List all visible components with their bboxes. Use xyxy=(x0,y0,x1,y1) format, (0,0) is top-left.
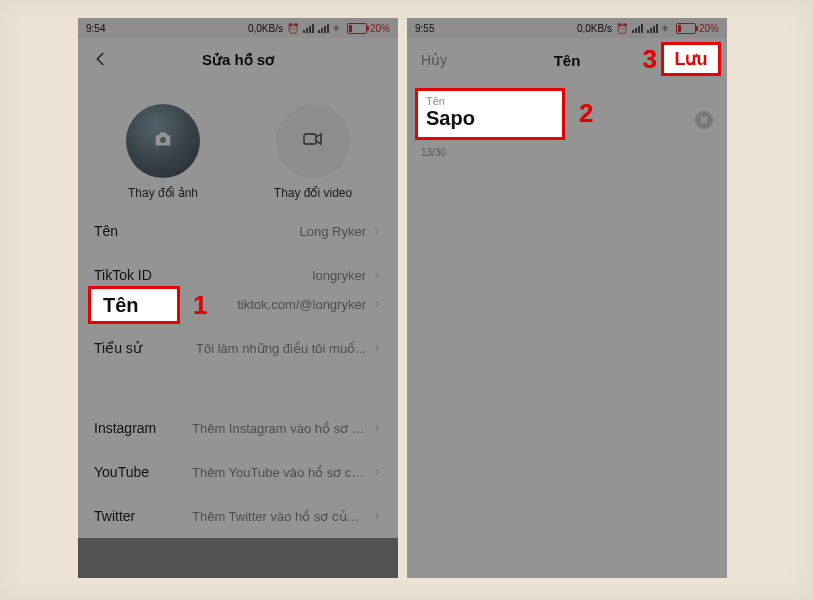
battery-icon: 20% xyxy=(676,23,719,34)
row-name[interactable]: Tên Long Ryker xyxy=(78,209,398,253)
row-twitter-label: Twitter xyxy=(94,508,135,524)
wifi-icon: ᯤ xyxy=(662,23,672,34)
row-name-label: Tên xyxy=(94,223,118,239)
status-bar: 9:54 0,0KB/s ⏰ ᯤ 20% xyxy=(78,18,398,38)
chevron-right-icon xyxy=(372,268,382,283)
char-counter: 13/30 xyxy=(421,147,713,158)
chevron-right-icon xyxy=(372,465,382,480)
change-video[interactable]: Thay đổi video xyxy=(258,104,368,201)
row-twitter-value: Thêm Twitter vào hồ sơ của bạn xyxy=(192,509,366,524)
back-button[interactable] xyxy=(92,50,140,71)
video-icon xyxy=(301,127,325,155)
row-youtube[interactable]: YouTube Thêm YouTube vào hồ sơ của bạn xyxy=(78,450,398,494)
signal-icon xyxy=(632,24,643,33)
name-edit-body: Tên Sapo 13/30 xyxy=(407,82,727,578)
signal-icon xyxy=(318,24,329,33)
callout-save-button: Lưu xyxy=(661,42,721,76)
row-youtube-value: Thêm YouTube vào hồ sơ của bạn xyxy=(192,465,366,480)
callout-number-2: 2 xyxy=(579,98,593,129)
chevron-right-icon xyxy=(372,341,382,356)
change-video-label: Thay đổi video xyxy=(274,186,352,201)
chevron-right-icon xyxy=(372,421,382,436)
row-instagram[interactable]: Instagram Thêm Instagram vào hồ sơ của b… xyxy=(78,406,398,450)
wifi-icon: ᯤ xyxy=(333,23,343,34)
status-net: 0,0KB/s xyxy=(248,23,283,34)
camera-icon xyxy=(152,128,174,154)
chevron-right-icon xyxy=(372,297,382,312)
media-row: Thay đổi ảnh Thay đổi video xyxy=(78,82,398,209)
chevron-right-icon xyxy=(372,509,382,524)
callout-number-3: 3 xyxy=(643,44,657,75)
chevron-right-icon xyxy=(372,224,382,239)
status-time: 9:55 xyxy=(415,23,434,34)
edit-name-screen: 9:55 0,0KB/s ⏰ ᯤ 20% Hủy Tên Lưu Tên Sap… xyxy=(407,18,727,578)
top-nav: Sửa hồ sơ xyxy=(78,38,398,82)
row-twitter[interactable]: Twitter Thêm Twitter vào hồ sơ của bạn xyxy=(78,494,398,538)
row-bio-value: Tôi làm những điều tôi muố... xyxy=(196,341,366,356)
cancel-button[interactable]: Hủy xyxy=(421,52,469,68)
row-name-value: Long Ryker xyxy=(300,224,366,239)
edit-profile-screen: 9:54 0,0KB/s ⏰ ᯤ 20% Sửa hồ sơ xyxy=(78,18,398,578)
clear-button[interactable] xyxy=(695,111,713,129)
signal-icon xyxy=(647,24,658,33)
profile-rows: Tên Long Ryker TikTok ID longryker tikto… xyxy=(78,209,398,538)
row-id-value: longryker xyxy=(313,268,366,283)
row-bio[interactable]: Tiểu sử Tôi làm những điều tôi muố... xyxy=(78,326,398,370)
status-net: 0,0KB/s xyxy=(577,23,612,34)
status-bar: 9:55 0,0KB/s ⏰ ᯤ 20% xyxy=(407,18,727,38)
row-instagram-label: Instagram xyxy=(94,420,156,436)
avatar xyxy=(126,104,200,178)
section-gap xyxy=(78,370,398,406)
row-youtube-label: YouTube xyxy=(94,464,149,480)
alarm-icon: ⏰ xyxy=(287,23,299,34)
callout-number-1: 1 xyxy=(193,290,207,321)
battery-icon: 20% xyxy=(347,23,390,34)
signal-icon xyxy=(303,24,314,33)
row-id-label: TikTok ID xyxy=(94,267,152,283)
close-icon xyxy=(700,116,708,124)
svg-point-0 xyxy=(160,137,166,143)
change-photo-label: Thay đổi ảnh xyxy=(128,186,198,201)
svg-rect-1 xyxy=(304,134,316,144)
row-bio-label: Tiểu sử xyxy=(94,340,142,356)
row-instagram-value: Thêm Instagram vào hồ sơ của bạn xyxy=(192,421,366,436)
callout-name-row: Tên xyxy=(88,286,180,324)
row-link-value: tiktok.com/@longryker xyxy=(237,297,366,312)
callout-name-field: Tên Sapo xyxy=(415,88,565,140)
change-photo[interactable]: Thay đổi ảnh xyxy=(108,104,218,201)
alarm-icon: ⏰ xyxy=(616,23,628,34)
status-time: 9:54 xyxy=(86,23,105,34)
